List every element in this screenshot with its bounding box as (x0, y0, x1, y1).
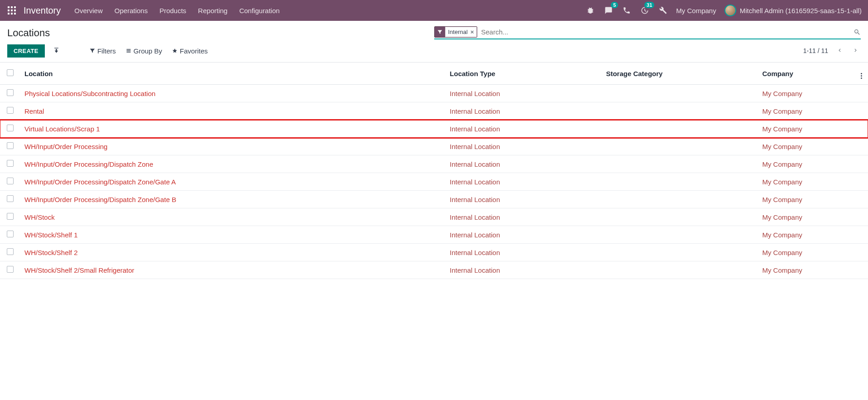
location-link[interactable]: Virtual Locations/Scrap 1 (24, 125, 100, 133)
table-row[interactable]: Physical Locations/Subcontracting Locati… (0, 85, 868, 102)
pager-text[interactable]: 1-11 / 11 (803, 47, 828, 54)
location-type-cell: Internal Location (445, 155, 601, 173)
location-link[interactable]: Physical Locations/Subcontracting Locati… (24, 90, 155, 97)
table-row[interactable]: Virtual Locations/Scrap 1Internal Locati… (0, 120, 868, 138)
svg-rect-1 (11, 6, 13, 8)
star-icon (172, 48, 177, 53)
user-menu[interactable]: Mitchell Admin (16165925-saas-15-1-all) (724, 5, 862, 16)
pager-prev-button[interactable] (834, 45, 844, 57)
company-cell: My Company (758, 102, 854, 120)
row-checkbox[interactable] (7, 231, 14, 237)
main-menu: Overview Operations Products Reporting C… (74, 7, 585, 14)
tools-icon[interactable] (658, 5, 668, 15)
menu-products[interactable]: Products (159, 7, 186, 14)
company-cell: My Company (758, 208, 854, 226)
storage-category-cell (601, 261, 758, 279)
column-header-type[interactable]: Location Type (445, 63, 601, 85)
storage-category-cell (601, 191, 758, 208)
search-input[interactable] (480, 26, 854, 38)
company-cell: My Company (758, 191, 854, 208)
phone-icon[interactable] (622, 5, 632, 15)
messages-badge: 5 (611, 2, 618, 8)
location-link[interactable]: WH/Input/Order Processing (24, 143, 107, 150)
table-row[interactable]: WH/Stock/Shelf 2Internal LocationMy Comp… (0, 244, 868, 261)
activity-badge: 31 (644, 2, 654, 8)
create-button[interactable]: CREATE (7, 44, 45, 58)
row-checkbox[interactable] (7, 248, 14, 255)
select-all-checkbox[interactable] (7, 69, 14, 76)
navbar-right: 5 31 My Company Mitchell Admin (16165925… (585, 5, 862, 16)
company-cell: My Company (758, 120, 854, 138)
storage-category-cell (601, 244, 758, 261)
funnel-icon (90, 48, 95, 53)
column-header-location[interactable]: Location (20, 63, 445, 85)
page-title: Locations (7, 27, 434, 39)
menu-configuration[interactable]: Configuration (239, 7, 279, 14)
storage-category-cell (601, 173, 758, 191)
company-cell: My Company (758, 85, 854, 102)
search-icon[interactable] (854, 29, 861, 36)
company-cell: My Company (758, 244, 854, 261)
location-link[interactable]: WH/Stock (24, 213, 55, 221)
location-type-cell: Internal Location (445, 226, 601, 244)
apps-icon[interactable] (6, 5, 17, 16)
location-link[interactable]: WH/Stock/Shelf 2/Small Refrigerator (24, 266, 134, 274)
location-link[interactable]: WH/Stock/Shelf 1 (24, 231, 78, 239)
row-checkbox[interactable] (7, 195, 14, 202)
download-button[interactable] (50, 44, 62, 58)
table-row[interactable]: WH/Input/Order ProcessingInternal Locati… (0, 138, 868, 155)
chevron-left-icon (836, 47, 843, 53)
location-type-cell: Internal Location (445, 191, 601, 208)
table-row[interactable]: WH/Input/Order Processing/Dispatch Zone/… (0, 173, 868, 191)
avatar (724, 5, 736, 16)
table-row[interactable]: WH/StockInternal LocationMy Company (0, 208, 868, 226)
row-checkbox[interactable] (7, 142, 14, 149)
close-icon[interactable]: × (470, 29, 474, 35)
row-checkbox[interactable] (7, 213, 14, 220)
location-type-cell: Internal Location (445, 244, 601, 261)
activity-icon[interactable]: 31 (640, 5, 650, 15)
user-name: Mitchell Admin (16165925-saas-15-1-all) (740, 7, 862, 14)
groupby-button[interactable]: Group By (126, 47, 162, 55)
location-link[interactable]: WH/Input/Order Processing/Dispatch Zone (24, 160, 153, 168)
storage-category-cell (601, 138, 758, 155)
optional-columns-icon[interactable] (861, 73, 862, 79)
row-checkbox[interactable] (7, 266, 14, 273)
location-link[interactable]: WH/Stock/Shelf 2 (24, 249, 78, 256)
row-checkbox[interactable] (7, 178, 14, 184)
svg-rect-3 (8, 10, 10, 11)
svg-rect-8 (14, 13, 16, 14)
search-bar[interactable]: Internal × (434, 26, 861, 39)
search-filter-tag: Internal × (434, 26, 478, 38)
row-checkbox[interactable] (7, 89, 14, 96)
table-row[interactable]: WH/Input/Order Processing/Dispatch ZoneI… (0, 155, 868, 173)
messages-icon[interactable]: 5 (604, 5, 614, 15)
pager-next-button[interactable] (851, 45, 861, 57)
table-row[interactable]: RentalInternal LocationMy Company (0, 102, 868, 120)
favorites-button[interactable]: Favorites (172, 47, 208, 55)
debug-icon[interactable] (585, 5, 595, 15)
funnel-icon (435, 28, 445, 36)
location-link[interactable]: Rental (24, 107, 44, 115)
storage-category-cell (601, 208, 758, 226)
filters-button[interactable]: Filters (90, 47, 116, 55)
column-header-company[interactable]: Company (758, 63, 854, 85)
location-type-cell: Internal Location (445, 173, 601, 191)
row-checkbox[interactable] (7, 160, 14, 167)
location-type-cell: Internal Location (445, 208, 601, 226)
row-checkbox[interactable] (7, 125, 14, 131)
table-row[interactable]: WH/Stock/Shelf 2/Small RefrigeratorInter… (0, 261, 868, 279)
svg-rect-2 (14, 6, 16, 8)
menu-overview[interactable]: Overview (74, 7, 103, 14)
company-cell: My Company (758, 155, 854, 173)
menu-operations[interactable]: Operations (115, 7, 148, 14)
menu-reporting[interactable]: Reporting (198, 7, 227, 14)
app-brand[interactable]: Inventory (24, 5, 61, 16)
column-header-storage[interactable]: Storage Category (601, 63, 758, 85)
company-switcher[interactable]: My Company (676, 7, 716, 14)
table-row[interactable]: WH/Stock/Shelf 1Internal LocationMy Comp… (0, 226, 868, 244)
location-link[interactable]: WH/Input/Order Processing/Dispatch Zone/… (24, 178, 176, 186)
location-link[interactable]: WH/Input/Order Processing/Dispatch Zone/… (24, 196, 176, 203)
row-checkbox[interactable] (7, 107, 14, 114)
table-row[interactable]: WH/Input/Order Processing/Dispatch Zone/… (0, 191, 868, 208)
